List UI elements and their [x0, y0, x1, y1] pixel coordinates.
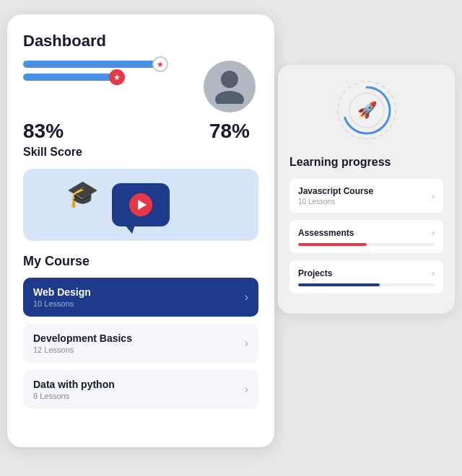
score-percent-left: 83% — [23, 120, 201, 143]
svg-point-1 — [215, 91, 244, 104]
lp-item-2-info: Projects — [298, 268, 332, 278]
my-course-title: My Course — [23, 254, 258, 269]
lp-chevron-icon-2: › — [432, 268, 435, 278]
score-block-left: 83% — [23, 120, 201, 143]
course-item-0[interactable]: Web Design 10 Lessons › — [23, 278, 258, 317]
play-triangle-icon — [138, 200, 147, 210]
lp-item-1-info: Assessments — [298, 228, 354, 238]
course-lessons-1: 12 Lessons — [33, 345, 132, 354]
star-badge-1: ★ — [152, 56, 168, 72]
video-bubble — [112, 183, 170, 226]
score-block-right: 78% — [201, 120, 258, 143]
bar-row-2: ★ — [23, 74, 186, 81]
score-percent-right: 78% — [201, 120, 258, 143]
skill-score-label: Skill Score — [23, 146, 258, 159]
lp-item-name-1: Assessments — [298, 228, 354, 238]
lp-item-name-2: Projects — [298, 268, 332, 278]
course-banner: 🎓 — [23, 169, 258, 241]
mortarboard-icon: 🎓 — [66, 179, 99, 209]
course-name-0: Web Design — [33, 286, 91, 298]
play-button[interactable] — [129, 193, 152, 216]
chevron-icon-2: › — [245, 383, 248, 396]
chevron-icon-0: › — [245, 291, 248, 304]
lp-chevron-icon-0: › — [432, 190, 435, 201]
course-item-1[interactable]: Development Basics 12 Lessons › — [23, 324, 258, 363]
bars-column: ★ ★ — [23, 61, 186, 87]
course-name-2: Data with python — [33, 379, 115, 390]
svg-point-0 — [221, 71, 238, 88]
progress-section: ★ ★ — [23, 61, 258, 113]
right-card: 🚀 Learning progress Javascript Course 10… — [278, 65, 455, 314]
lp-item-0-row: Javascript Course 10 Lessons › — [298, 186, 435, 206]
learning-progress-title: Learning progress — [289, 156, 443, 169]
lp-item-2-row: Projects › — [298, 268, 435, 278]
dashboard-title: Dashboard — [23, 32, 258, 50]
svg-text:🚀: 🚀 — [357, 100, 377, 120]
chevron-icon-1: › — [245, 337, 248, 350]
lp-chevron-icon-1: › — [432, 227, 435, 238]
bar-row-1: ★ — [23, 61, 186, 68]
lp-item-lessons-0: 10 Lessons — [298, 198, 373, 206]
lp-progress-fill-2 — [298, 283, 380, 286]
course-item-1-info: Development Basics 12 Lessons — [33, 332, 132, 354]
course-item-0-info: Web Design 10 Lessons — [33, 286, 91, 308]
main-card: Dashboard ★ ★ — [7, 14, 274, 447]
avatar-column — [201, 61, 258, 113]
lp-item-1-row: Assessments › — [298, 227, 435, 238]
avatar-icon — [211, 66, 248, 107]
lp-progress-bar-2 — [298, 283, 435, 286]
lp-item-1[interactable]: Assessments › — [289, 220, 443, 253]
scores-row: 83% 78% — [23, 120, 258, 143]
lp-item-name-0: Javascript Course — [298, 186, 373, 196]
lp-progress-bar-1 — [298, 243, 435, 246]
avatar — [204, 61, 256, 113]
lp-item-2[interactable]: Projects › — [289, 260, 443, 294]
course-lessons-2: 8 Lessons — [33, 392, 115, 400]
star-badge-2: ★ — [109, 69, 125, 85]
scene: Dashboard ★ ★ — [7, 7, 455, 469]
course-item-2[interactable]: Data with python 8 Lessons › — [23, 370, 258, 409]
lp-item-0-info: Javascript Course 10 Lessons — [298, 186, 373, 206]
lp-item-0[interactable]: Javascript Course 10 Lessons › — [289, 179, 443, 213]
lp-progress-fill-1 — [298, 243, 367, 246]
course-lessons-0: 10 Lessons — [33, 299, 91, 308]
course-name-1: Development Basics — [33, 332, 132, 344]
course-item-2-info: Data with python 8 Lessons — [33, 379, 115, 400]
rocket-progress-svg: 🚀 — [334, 78, 399, 143]
progress-bar-2: ★ — [23, 74, 117, 81]
progress-bar-1: ★ — [23, 61, 160, 68]
rocket-circle: 🚀 — [334, 78, 399, 143]
